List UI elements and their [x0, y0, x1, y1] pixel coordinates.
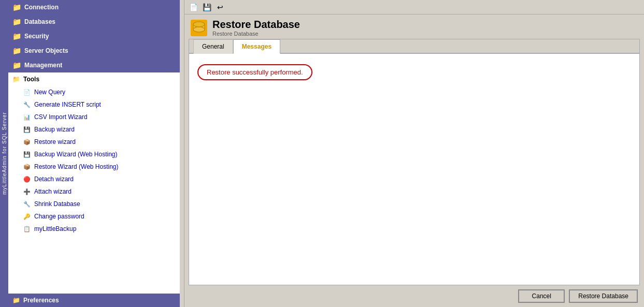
restore-web-icon: 📦 — [23, 163, 31, 171]
folder-icon-connection: 📁 — [12, 3, 21, 11]
tab-content-messages: Restore successfully performed. — [189, 54, 639, 209]
detach-wizard-icon: 🔴 — [23, 175, 31, 183]
new-query-icon: 📄 — [23, 88, 31, 96]
restore-wizard-icon: 📦 — [23, 138, 31, 146]
sidebar-item-my-little-backup[interactable]: 📋 myLittleBackup — [8, 223, 184, 235]
shrink-database-icon: 🔧 — [23, 200, 31, 208]
restore-wizard-label: Restore wizard — [34, 138, 76, 145]
sidebar-label-databases: Databases — [24, 18, 55, 25]
generate-insert-label: Generate INSERT script — [34, 101, 101, 108]
change-password-icon: 🔑 — [23, 212, 31, 221]
folder-icon-databases: 📁 — [12, 18, 21, 26]
database-icon — [192, 21, 206, 35]
success-message: Restore successfully performed. — [197, 64, 312, 80]
sidebar-item-backup-wizard[interactable]: 💾 Backup wizard — [8, 123, 184, 136]
main-content: 📄 💾 ↩ Restore Database Restore Database … — [184, 0, 644, 307]
svg-point-3 — [193, 22, 205, 27]
preferences-label: Preferences — [23, 297, 59, 304]
page-title-block: Restore Database Restore Database — [212, 19, 300, 37]
toolbar: 📄 💾 ↩ — [184, 0, 644, 14]
sidebar-item-generate-insert[interactable]: 🔧 Generate INSERT script — [8, 98, 184, 111]
preferences-folder-icon: 📁 — [12, 297, 20, 304]
my-little-backup-label: myLittleBackup — [34, 225, 76, 232]
sidebar-item-backup-web[interactable]: 💾 Backup Wizard (Web Hosting) — [8, 148, 184, 160]
page-header: Restore Database Restore Database — [184, 14, 644, 39]
csv-import-label: CSV Import Wizard — [34, 113, 88, 121]
sidebar-item-restore-wizard[interactable]: 📦 Restore wizard — [8, 136, 184, 148]
vertical-app-label: myLittleAdmin for SQL Server — [0, 0, 8, 307]
attach-wizard-label: Attach wizard — [34, 188, 71, 195]
tools-label: Tools — [23, 76, 39, 83]
tab-general[interactable]: General — [193, 39, 233, 54]
cancel-button[interactable]: Cancel — [518, 289, 565, 303]
backup-web-icon: 💾 — [23, 150, 31, 158]
sidebar-item-change-password[interactable]: 🔑 Change password — [8, 210, 184, 223]
folder-icon-server-objects: 📁 — [12, 47, 21, 55]
sidebar-item-attach-wizard[interactable]: ➕ Attach wizard — [8, 185, 184, 198]
shrink-database-label: Shrink Database — [34, 200, 80, 208]
restore-database-button[interactable]: Restore Database — [569, 289, 638, 303]
sidebar-item-management[interactable]: 📁 Management — [8, 58, 184, 72]
toolbar-new-btn[interactable]: 📄 — [188, 2, 199, 13]
folder-icon-management: 📁 — [12, 61, 21, 69]
csv-import-icon: 📊 — [23, 113, 31, 121]
sidebar-item-databases[interactable]: 📁 Databases — [8, 14, 184, 29]
sidebar-item-security[interactable]: 📁 Security — [8, 29, 184, 43]
new-query-label: New Query — [34, 89, 65, 96]
tabs-bar: General Messages — [189, 39, 639, 54]
change-password-label: Change password — [34, 213, 84, 220]
sidebar-item-server-objects[interactable]: 📁 Server Objects — [8, 43, 184, 58]
buttons-row: Cancel Restore Database — [184, 285, 644, 307]
sidebar-tools-header: 📁 Tools — [8, 72, 184, 86]
backup-wizard-label: Backup wizard — [34, 126, 75, 133]
sidebar-label-server-objects: Server Objects — [24, 47, 68, 54]
sidebar-item-connection[interactable]: 📁 Connection — [8, 0, 184, 14]
sidebar-item-shrink-database[interactable]: 🔧 Shrink Database — [8, 198, 184, 210]
sidebar-item-restore-web[interactable]: 📦 Restore Wizard (Web Hosting) — [8, 160, 184, 173]
restore-web-label: Restore Wizard (Web Hosting) — [34, 163, 119, 170]
tools-folder-icon: 📁 — [12, 76, 20, 83]
sidebar-preferences[interactable]: 📁 Preferences — [8, 294, 180, 307]
generate-insert-icon: 🔧 — [23, 100, 31, 109]
tab-messages[interactable]: Messages — [233, 39, 280, 54]
sidebar: 📁 Connection 📁 Databases 📁 Security 📁 Se… — [8, 0, 184, 307]
sidebar-item-csv-import[interactable]: 📊 CSV Import Wizard — [8, 111, 184, 123]
sidebar-label-security: Security — [24, 33, 49, 40]
attach-wizard-icon: ➕ — [23, 187, 31, 196]
sidebar-label-management: Management — [24, 62, 62, 69]
page-title: Restore Database — [212, 19, 300, 31]
sidebar-item-detach-wizard[interactable]: 🔴 Detach wizard — [8, 173, 184, 185]
page-subtitle: Restore Database — [212, 31, 300, 37]
backup-web-label: Backup Wizard (Web Hosting) — [34, 151, 118, 158]
dialog-panel: General Messages Restore successfully pe… — [189, 39, 640, 285]
backup-wizard-icon: 💾 — [23, 125, 31, 134]
sidebar-label-connection: Connection — [24, 4, 59, 11]
my-little-backup-icon: 📋 — [23, 225, 31, 233]
detach-wizard-label: Detach wizard — [34, 176, 74, 183]
svg-point-2 — [193, 27, 205, 32]
page-icon — [191, 20, 207, 36]
folder-icon-security: 📁 — [12, 32, 21, 40]
sidebar-item-new-query[interactable]: 📄 New Query — [8, 86, 184, 98]
toolbar-save-btn[interactable]: 💾 — [201, 2, 212, 13]
toolbar-refresh-btn[interactable]: ↩ — [214, 2, 226, 13]
